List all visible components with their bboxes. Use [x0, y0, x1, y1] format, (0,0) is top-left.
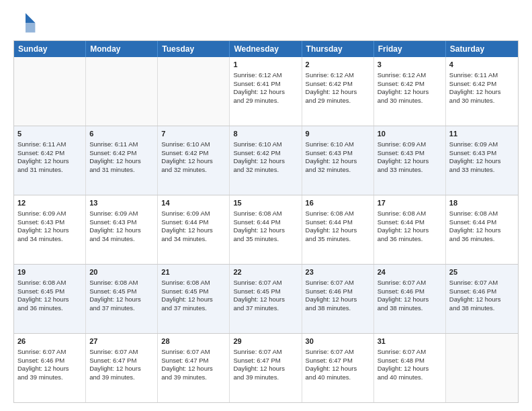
day-info: Daylight: 12 hours	[233, 226, 298, 235]
day-number: 22	[233, 267, 298, 277]
day-info: Sunset: 6:42 PM	[449, 80, 515, 89]
day-number: 16	[306, 198, 370, 208]
day-info: and 36 minutes.	[17, 304, 82, 313]
day-info: and 36 minutes.	[378, 235, 442, 244]
day-info: Daylight: 12 hours	[378, 157, 442, 166]
day-info: Sunset: 6:42 PM	[378, 80, 442, 89]
cal-header-thursday: Thursday	[302, 41, 374, 57]
day-info: Daylight: 12 hours	[306, 88, 370, 97]
cal-day-23: 23Sunrise: 6:07 AMSunset: 6:46 PMDayligh…	[302, 265, 374, 333]
day-number: 23	[306, 267, 370, 277]
day-info: Sunrise: 6:10 AM	[233, 140, 298, 149]
cal-header-sunday: Sunday	[14, 41, 86, 57]
day-info: Sunset: 6:43 PM	[378, 149, 442, 158]
day-info: and 39 minutes.	[233, 373, 298, 382]
cal-day-16: 16Sunrise: 6:08 AMSunset: 6:44 PMDayligh…	[302, 195, 374, 264]
day-info: Sunset: 6:45 PM	[233, 287, 298, 296]
cal-header-tuesday: Tuesday	[158, 41, 230, 57]
day-number: 25	[449, 267, 515, 277]
day-info: Sunset: 6:44 PM	[449, 218, 515, 227]
day-info: Daylight: 12 hours	[449, 226, 515, 235]
day-info: and 30 minutes.	[378, 97, 442, 105]
day-info: and 34 minutes.	[89, 235, 154, 244]
day-info: Daylight: 12 hours	[161, 295, 226, 304]
header	[13, 11, 519, 35]
day-info: Daylight: 12 hours	[378, 295, 442, 304]
cal-empty	[446, 334, 518, 402]
day-info: and 37 minutes.	[161, 304, 226, 313]
day-info: Sunrise: 6:09 AM	[161, 210, 226, 218]
day-info: and 29 minutes.	[306, 97, 370, 105]
cal-day-29: 29Sunrise: 6:07 AMSunset: 6:47 PMDayligh…	[230, 334, 302, 402]
day-info: and 33 minutes.	[449, 166, 515, 175]
day-info: Daylight: 12 hours	[17, 295, 82, 304]
cal-day-2: 2Sunrise: 6:12 AMSunset: 6:42 PMDaylight…	[302, 57, 374, 126]
day-info: Daylight: 12 hours	[233, 295, 298, 304]
day-info: Sunrise: 6:07 AM	[306, 279, 370, 287]
day-info: Sunset: 6:47 PM	[306, 357, 370, 365]
day-info: Sunrise: 6:09 AM	[17, 210, 82, 218]
page: SundayMondayTuesdayWednesdayThursdayFrid…	[0, 0, 532, 411]
day-info: Sunrise: 6:09 AM	[378, 140, 442, 149]
day-info: Sunrise: 6:08 AM	[161, 279, 226, 287]
cal-day-26: 26Sunrise: 6:07 AMSunset: 6:46 PMDayligh…	[14, 334, 86, 402]
day-number: 27	[89, 336, 154, 347]
day-number: 28	[161, 336, 226, 347]
day-info: Sunrise: 6:08 AM	[378, 210, 442, 218]
day-number: 9	[306, 129, 370, 139]
day-info: and 31 minutes.	[89, 166, 154, 175]
cal-day-14: 14Sunrise: 6:09 AMSunset: 6:44 PMDayligh…	[158, 195, 230, 264]
day-info: Sunset: 6:46 PM	[378, 287, 442, 296]
day-number: 18	[449, 198, 515, 208]
day-info: Sunrise: 6:12 AM	[306, 71, 370, 80]
day-number: 11	[449, 129, 515, 139]
day-info: Sunset: 6:45 PM	[17, 287, 82, 296]
cal-day-13: 13Sunrise: 6:09 AMSunset: 6:43 PMDayligh…	[86, 195, 158, 264]
day-info: Sunset: 6:42 PM	[89, 149, 154, 158]
day-number: 24	[378, 267, 442, 277]
day-info: and 36 minutes.	[449, 235, 515, 244]
day-info: Sunset: 6:43 PM	[449, 149, 515, 158]
day-info: Daylight: 12 hours	[89, 365, 154, 373]
day-info: Daylight: 12 hours	[161, 226, 226, 235]
cal-day-11: 11Sunrise: 6:09 AMSunset: 6:43 PMDayligh…	[446, 126, 518, 195]
day-info: Sunset: 6:42 PM	[233, 149, 298, 158]
day-info: Daylight: 12 hours	[161, 157, 226, 166]
day-info: and 39 minutes.	[161, 373, 226, 382]
cal-day-27: 27Sunrise: 6:07 AMSunset: 6:47 PMDayligh…	[86, 334, 158, 402]
day-info: and 38 minutes.	[306, 304, 370, 313]
day-info: Daylight: 12 hours	[233, 365, 298, 373]
day-info: and 35 minutes.	[306, 235, 370, 244]
day-info: Sunset: 6:46 PM	[449, 287, 515, 296]
cal-day-8: 8Sunrise: 6:10 AMSunset: 6:42 PMDaylight…	[230, 126, 302, 195]
day-info: Sunset: 6:46 PM	[306, 287, 370, 296]
day-info: Daylight: 12 hours	[17, 157, 82, 166]
day-info: Sunrise: 6:07 AM	[306, 348, 370, 357]
day-info: Sunset: 6:47 PM	[89, 357, 154, 365]
day-info: Sunset: 6:43 PM	[17, 218, 82, 227]
svg-marker-2	[26, 23, 35, 32]
cal-header-saturday: Saturday	[446, 41, 518, 57]
day-info: Sunrise: 6:07 AM	[89, 348, 154, 357]
day-number: 4	[449, 60, 515, 70]
day-info: Sunrise: 6:11 AM	[449, 71, 515, 80]
day-number: 8	[233, 129, 298, 139]
logo-icon	[13, 11, 38, 35]
day-info: Sunset: 6:44 PM	[378, 218, 442, 227]
cal-day-4: 4Sunrise: 6:11 AMSunset: 6:42 PMDaylight…	[446, 57, 518, 126]
day-info: Daylight: 12 hours	[378, 365, 442, 373]
day-info: Sunrise: 6:09 AM	[89, 210, 154, 218]
day-info: Sunrise: 6:08 AM	[17, 279, 82, 287]
cal-day-1: 1Sunrise: 6:12 AMSunset: 6:41 PMDaylight…	[230, 57, 302, 126]
day-info: Sunrise: 6:08 AM	[233, 210, 298, 218]
day-info: Sunrise: 6:07 AM	[17, 348, 82, 357]
day-info: Sunset: 6:42 PM	[17, 149, 82, 158]
day-info: Daylight: 12 hours	[306, 226, 370, 235]
day-info: and 32 minutes.	[306, 166, 370, 175]
day-info: Daylight: 12 hours	[378, 88, 442, 97]
day-info: and 40 minutes.	[306, 373, 370, 382]
day-number: 6	[89, 129, 154, 139]
cal-day-28: 28Sunrise: 6:07 AMSunset: 6:47 PMDayligh…	[158, 334, 230, 402]
day-info: Sunrise: 6:12 AM	[378, 71, 442, 80]
day-info: Daylight: 12 hours	[306, 295, 370, 304]
